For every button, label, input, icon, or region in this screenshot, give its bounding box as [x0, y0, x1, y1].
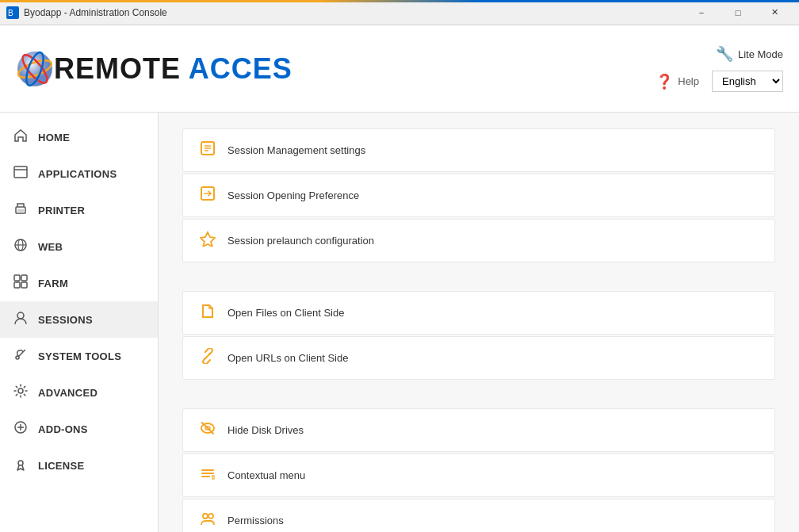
lite-mode-button[interactable]: 🔧 Lite Mode	[716, 45, 783, 63]
sidebar: HOME APPLICATIONS PRINTER WEB	[0, 113, 159, 532]
sidebar-item-home-label: HOME	[38, 132, 70, 144]
lite-mode-label: Lite Mode	[738, 48, 783, 60]
logo-area: REMOTE ACCES	[16, 50, 656, 88]
open-files-label: Open Files on Client Side	[227, 307, 344, 319]
system-tools-icon	[13, 347, 29, 365]
sidebar-item-web[interactable]: WEB	[0, 228, 158, 265]
sidebar-item-sessions-label: SESSIONS	[38, 314, 93, 326]
sidebar-item-sessions[interactable]: SESSIONS	[0, 301, 158, 338]
session-opening-icon	[199, 186, 216, 205]
sidebar-item-web-label: WEB	[38, 241, 63, 253]
open-urls-label: Open URLs on Client Side	[227, 352, 348, 364]
menu-item-session-opening[interactable]: Session Opening Preference	[182, 174, 775, 217]
session-opening-label: Session Opening Preference	[227, 189, 359, 201]
header-controls: ❓ Help English Français Deutsch Español	[656, 71, 783, 92]
svg-rect-15	[14, 282, 20, 288]
logo-acces: ACCES	[181, 52, 292, 85]
help-icon: ❓	[656, 73, 673, 90]
session-management-label: Session Management settings	[227, 144, 365, 156]
sidebar-item-license[interactable]: LICENSE	[0, 447, 158, 484]
contextual-menu-label: Contextual menu	[227, 469, 305, 481]
sidebar-item-farm[interactable]: FARM	[0, 265, 158, 301]
sidebar-item-advanced[interactable]: ADVANCED	[0, 374, 158, 411]
menu-item-session-management[interactable]: Session Management settings	[182, 128, 775, 172]
lite-mode-icon: 🔧	[716, 45, 733, 63]
contextual-menu-icon	[199, 465, 216, 485]
open-files-icon	[199, 303, 216, 323]
svg-point-17	[17, 312, 24, 319]
header-right: 🔧 Lite Mode ❓ Help English Français Deut…	[656, 45, 783, 92]
svg-rect-16	[21, 282, 27, 288]
hide-disk-icon	[199, 420, 216, 440]
sidebar-item-add-ons[interactable]: ADD-ONS	[0, 411, 158, 447]
minimize-button[interactable]: −	[683, 0, 720, 25]
close-button[interactable]: ✕	[756, 0, 793, 25]
add-ons-icon	[13, 420, 29, 438]
help-button[interactable]: ❓ Help	[656, 73, 699, 90]
svg-rect-13	[14, 275, 20, 281]
menu-item-hide-disk[interactable]: Hide Disk Drives	[182, 408, 775, 452]
header: REMOTE ACCES 🔧 Lite Mode ❓ Help English …	[0, 25, 799, 113]
maximize-button[interactable]: □	[720, 0, 756, 25]
section-client-side: Open Files on Client Side Open URLs on C…	[182, 291, 775, 380]
menu-item-permissions[interactable]: Permissions	[182, 499, 775, 532]
permissions-icon	[199, 511, 216, 530]
logo-remote: REMOTE	[54, 52, 181, 85]
session-management-icon	[199, 140, 216, 160]
svg-point-38	[203, 514, 208, 519]
section-gap-1	[182, 278, 775, 291]
sidebar-item-printer-label: PRINTER	[38, 205, 85, 216]
svg-text:B: B	[8, 9, 13, 17]
printer-icon	[13, 201, 29, 219]
advanced-icon	[13, 384, 29, 401]
section-session-settings: Session Management settings Session Open…	[182, 128, 775, 262]
session-prelaunch-icon	[199, 231, 216, 251]
svg-line-30	[205, 354, 210, 358]
home-icon	[13, 128, 29, 146]
svg-point-39	[208, 514, 213, 519]
svg-rect-6	[14, 166, 27, 178]
menu-item-open-files[interactable]: Open Files on Client Side	[182, 291, 775, 335]
license-icon	[13, 457, 29, 474]
web-icon	[13, 238, 29, 255]
language-select[interactable]: English Français Deutsch Español	[712, 71, 783, 92]
permissions-label: Permissions	[227, 515, 284, 526]
menu-item-contextual-menu[interactable]: Contextual menu	[182, 454, 775, 497]
app-icon: B	[6, 6, 19, 19]
sidebar-item-printer[interactable]: PRINTER	[0, 192, 158, 228]
sidebar-item-applications-label: APPLICATIONS	[38, 168, 117, 180]
svg-point-19	[18, 388, 23, 393]
menu-item-open-urls[interactable]: Open URLs on Client Side	[182, 336, 775, 380]
logo-text: REMOTE ACCES	[54, 52, 292, 86]
help-label: Help	[678, 75, 699, 87]
hide-disk-label: Hide Disk Drives	[227, 424, 304, 436]
svg-marker-29	[201, 232, 215, 247]
svg-rect-9	[17, 209, 24, 212]
main-layout: HOME APPLICATIONS PRINTER WEB	[0, 113, 799, 532]
sidebar-item-license-label: LICENSE	[38, 460, 84, 472]
svg-point-18	[16, 356, 19, 359]
sessions-icon	[13, 311, 29, 328]
content-area: Session Management settings Session Open…	[159, 113, 799, 532]
applications-icon	[13, 165, 29, 182]
sidebar-item-advanced-label: ADVANCED	[38, 387, 97, 399]
farm-icon	[13, 274, 29, 292]
sidebar-item-system-tools[interactable]: SYSTEM TOOLS	[0, 338, 158, 374]
section-other: Hide Disk Drives Contextual menu Permiss…	[182, 408, 775, 532]
svg-marker-37	[212, 475, 215, 480]
sidebar-item-add-ons-label: ADD-ONS	[38, 423, 88, 435]
session-prelaunch-label: Session prelaunch configuration	[227, 235, 374, 247]
sidebar-item-home[interactable]: HOME	[0, 119, 158, 155]
sidebar-item-applications[interactable]: APPLICATIONS	[0, 155, 158, 192]
menu-item-session-prelaunch[interactable]: Session prelaunch configuration	[182, 219, 775, 262]
sidebar-item-system-tools-label: SYSTEM TOOLS	[38, 350, 121, 362]
open-urls-icon	[199, 348, 216, 368]
logo-sphere-icon	[16, 50, 54, 88]
svg-rect-14	[21, 275, 27, 281]
section-gap-2	[182, 396, 775, 408]
svg-point-23	[18, 461, 23, 465]
title-bar: B Byodapp - Administration Console − □ ✕	[0, 0, 799, 25]
title-bar-text: Byodapp - Administration Console	[24, 7, 683, 18]
title-bar-controls: − □ ✕	[683, 0, 793, 25]
sidebar-item-farm-label: FARM	[38, 277, 68, 289]
